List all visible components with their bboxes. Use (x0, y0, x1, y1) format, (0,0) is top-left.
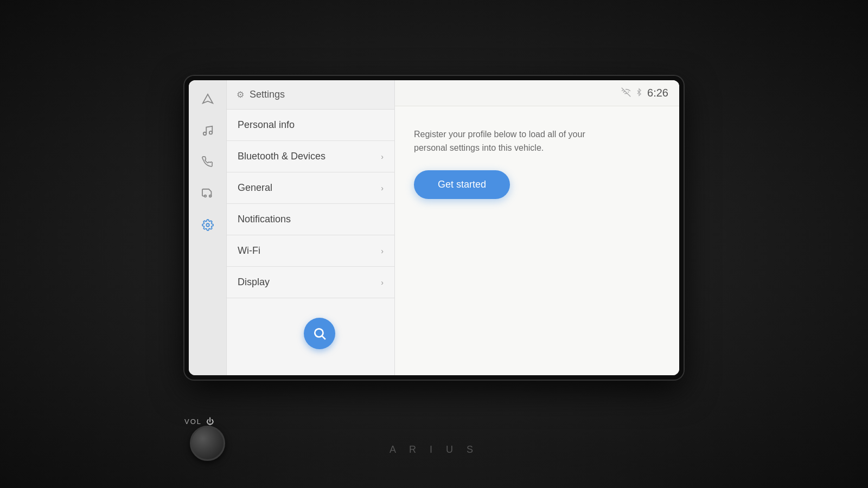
wifi-off-icon (621, 87, 631, 99)
content-panel: 6:26 Register your profile below to load… (395, 80, 679, 375)
menu-header-title: Settings (250, 89, 285, 100)
content-body: Register your profile below to load all … (395, 106, 679, 375)
personal-info-label: Personal info (238, 119, 295, 131)
display-chevron-icon: › (381, 278, 384, 287)
notifications-label: Notifications (238, 214, 291, 225)
svg-point-6 (315, 329, 323, 337)
music-icon[interactable] (197, 120, 219, 142)
settings-sidebar-icon[interactable] (197, 214, 219, 236)
wifi-label: Wi-Fi (238, 245, 260, 256)
display-label: Display (238, 277, 270, 288)
display-item[interactable]: Display › (227, 267, 394, 298)
menu-panel: ⚙ Settings Personal info Bluetooth & Dev… (227, 80, 395, 375)
screen: ⚙ Settings Personal info Bluetooth & Dev… (189, 80, 679, 375)
bluetooth-devices-label: Bluetooth & Devices (238, 151, 326, 162)
content-header: 6:26 (395, 80, 679, 106)
svg-marker-0 (202, 94, 212, 104)
get-started-button[interactable]: Get started (414, 170, 510, 199)
svg-point-1 (203, 132, 206, 136)
svg-point-4 (209, 195, 211, 197)
svg-point-3 (204, 195, 206, 197)
personal-info-item[interactable]: Personal info (227, 110, 394, 141)
svg-point-2 (209, 131, 212, 134)
bluetooth-devices-item[interactable]: Bluetooth & Devices › (227, 141, 394, 172)
notifications-item[interactable]: Notifications (227, 204, 394, 235)
search-icon (312, 326, 327, 341)
status-icons: 6:26 (621, 87, 668, 99)
menu-header: ⚙ Settings (227, 80, 394, 110)
general-label: General (238, 182, 272, 194)
settings-header-icon: ⚙ (237, 89, 244, 100)
wifi-chevron-icon: › (381, 247, 384, 255)
svg-point-5 (206, 223, 209, 227)
wifi-item[interactable]: Wi-Fi › (227, 235, 394, 267)
phone-icon[interactable] (197, 151, 219, 173)
description-text: Register your profile below to load all … (414, 128, 609, 155)
general-item[interactable]: General › (227, 172, 394, 204)
status-time: 6:26 (647, 87, 668, 99)
vol-area: VOL ⏻ (184, 417, 214, 426)
navigation-icon[interactable] (197, 88, 219, 110)
power-icon: ⏻ (206, 417, 214, 426)
brand-label: A R I U S (390, 444, 478, 455)
bluetooth-status-icon (635, 87, 643, 99)
vol-label: VOL (184, 418, 202, 426)
screen-bezel: ⚙ Settings Personal info Bluetooth & Dev… (184, 76, 684, 380)
car-icon[interactable] (197, 183, 219, 204)
svg-line-7 (322, 336, 326, 339)
bluetooth-chevron-icon: › (381, 152, 384, 161)
general-chevron-icon: › (381, 184, 384, 192)
volume-knob[interactable] (190, 426, 225, 461)
search-button[interactable] (304, 318, 335, 349)
sidebar (189, 80, 227, 375)
